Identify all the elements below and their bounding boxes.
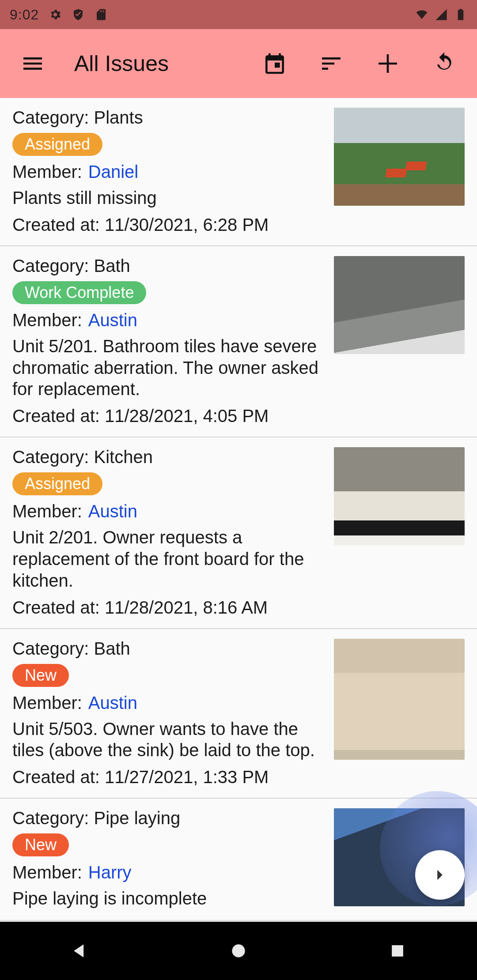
nav-home-button[interactable] <box>221 933 256 969</box>
thumbnail-image <box>334 108 465 206</box>
member-link[interactable]: Austin <box>88 310 137 330</box>
menu-button[interactable] <box>12 43 53 84</box>
shield-icon <box>72 8 85 21</box>
cell-signal-icon <box>435 8 448 21</box>
issue-member: Member:Austin <box>12 310 323 330</box>
calendar-button[interactable] <box>254 43 295 84</box>
calendar-icon <box>262 51 287 76</box>
refresh-button[interactable] <box>424 43 465 84</box>
svg-rect-1 <box>392 945 403 957</box>
plus-icon <box>375 51 400 76</box>
issue-member: Member:Daniel <box>12 162 323 182</box>
issue-description: Unit 5/201. Bathroom tiles have severe c… <box>12 335 323 400</box>
battery-icon <box>454 8 467 21</box>
triangle-back-icon <box>70 941 89 961</box>
fab-button[interactable] <box>415 850 465 900</box>
issue-thumbnail[interactable] <box>334 256 465 354</box>
member-link[interactable]: Austin <box>88 501 137 521</box>
add-button[interactable] <box>367 43 408 84</box>
issue-created: Created at: 11/30/2021, 6:28 PM <box>12 215 323 235</box>
status-badge: New <box>12 664 69 687</box>
nav-recent-button[interactable] <box>380 933 415 969</box>
sd-card-icon <box>95 8 108 21</box>
gear-icon <box>49 8 62 21</box>
refresh-icon <box>432 51 457 76</box>
issue-created: Created at: 11/28/2021, 4:05 PM <box>12 406 323 426</box>
square-recent-icon <box>388 941 407 961</box>
thumbnail-image <box>334 256 465 354</box>
member-link[interactable]: Daniel <box>88 162 138 181</box>
issue-description: Unit 5/503. Owner wants to have the tile… <box>12 718 323 761</box>
issue-list[interactable]: Category: PlantsAssignedMember:DanielPla… <box>0 98 477 922</box>
issue-member: Member:Austin <box>12 693 323 713</box>
issue-category: Category: Pipe laying <box>12 808 323 828</box>
status-badge: New <box>12 833 69 856</box>
issue-item[interactable]: Category: Pipe layingNewMember:HarryPipe… <box>0 799 477 921</box>
issue-created: Created at: 11/27/2021, 1:33 PM <box>12 767 323 787</box>
sort-button[interactable] <box>311 43 352 84</box>
issue-created: Created at: 11/28/2021, 8:16 AM <box>12 598 323 618</box>
wifi-icon <box>415 8 428 21</box>
issue-category: Category: Bath <box>12 639 323 659</box>
sort-icon <box>319 51 344 76</box>
issue-description: Pipe laying is incomplete <box>12 888 323 909</box>
status-badge: Work Complete <box>12 281 146 304</box>
issue-item[interactable]: Category: BathWork CompleteMember:Austin… <box>0 246 477 437</box>
android-nav-bar <box>0 922 477 980</box>
thumbnail-image <box>334 639 465 760</box>
issue-category: Category: Plants <box>12 108 323 128</box>
issue-member: Member:Harry <box>12 863 323 882</box>
issue-item[interactable]: Category: BathNewMember:AustinUnit 5/503… <box>0 629 477 799</box>
page-title: All Issues <box>74 51 169 76</box>
issue-thumbnail[interactable] <box>334 447 465 545</box>
thumbnail-image <box>334 447 465 545</box>
issue-description: Plants still missing <box>12 187 323 209</box>
app-bar: All Issues <box>0 29 477 98</box>
issue-item[interactable]: Category: PlantsAssignedMember:DanielPla… <box>0 98 477 246</box>
status-bar: 9:02 <box>0 0 477 29</box>
circle-home-icon <box>229 941 248 961</box>
status-clock: 9:02 <box>10 7 39 23</box>
member-link[interactable]: Austin <box>88 693 137 712</box>
nav-back-button[interactable] <box>62 933 97 969</box>
issue-category: Category: Kitchen <box>12 447 323 467</box>
svg-point-0 <box>232 944 245 957</box>
member-link[interactable]: Harry <box>88 863 132 882</box>
issue-category: Category: Bath <box>12 256 323 276</box>
menu-icon <box>20 51 45 76</box>
status-badge: Assigned <box>12 472 102 495</box>
status-badge: Assigned <box>12 133 102 156</box>
issue-member: Member:Austin <box>12 501 323 521</box>
issue-item[interactable]: Category: KitchenAssignedMember:AustinUn… <box>0 437 477 629</box>
chevron-right-icon <box>430 865 450 885</box>
issue-thumbnail[interactable] <box>334 639 465 760</box>
issue-thumbnail[interactable] <box>334 108 465 206</box>
issue-description: Unit 2/201. Owner requests a replacement… <box>12 527 323 591</box>
